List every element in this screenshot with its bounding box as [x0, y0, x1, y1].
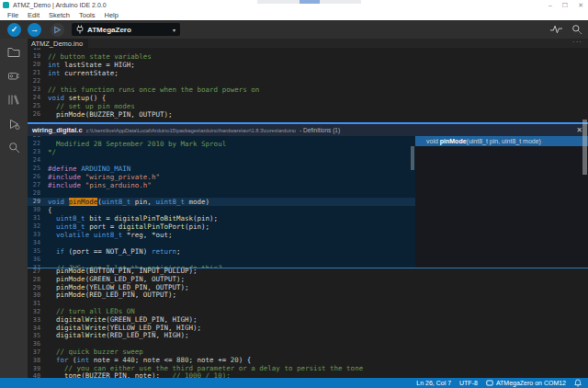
peek-close-icon[interactable]: ✕ — [576, 125, 582, 135]
menu-edit[interactable]: Edit — [23, 11, 44, 19]
debug-icon — [53, 26, 62, 34]
board-port-indicator[interactable]: ATMegaZero on COM12 — [486, 380, 566, 386]
more-actions-icon[interactable]: ··· — [572, 38, 582, 47]
debug-button[interactable] — [51, 23, 64, 37]
menubar: FileEditSketchToolsHelp — [0, 10, 588, 20]
code-line[interactable]: 31 uint8_t bit = digitalPinToBitMask(pin… — [28, 214, 415, 223]
peek-scrollbar-thumb[interactable] — [411, 146, 414, 170]
code-line[interactable]: 22 — [28, 77, 588, 86]
line-number: 32 — [28, 223, 48, 231]
line-number: 28 — [28, 276, 48, 284]
code-line[interactable]: 27#include "pins_arduino.h" — [28, 181, 415, 189]
verify-button[interactable]: ✓ — [7, 23, 21, 37]
serial-plotter-button[interactable] — [550, 24, 562, 35]
code-line[interactable]: 26 pinMode(BUZZER_PIN, OUTPUT); — [28, 110, 588, 119]
line-number: 22 — [28, 140, 48, 148]
code-line[interactable]: 24 — [28, 156, 415, 165]
sidebar-item-library-manager[interactable] — [7, 93, 21, 107]
activity-bar — [0, 39, 28, 378]
editor-lines-top: 1819// button state variables20int lastS… — [28, 48, 588, 119]
code-line[interactable]: 23// this function runs once when the bo… — [28, 86, 588, 94]
menu-tools[interactable]: Tools — [74, 11, 100, 19]
line-number: 39 — [28, 365, 48, 373]
code-line[interactable]: 35 if (port == NOT_A_PIN) return; — [28, 247, 415, 256]
line-number: 34 — [28, 325, 48, 333]
peek-header: wiring_digital.c c:\Users\live\AppData\L… — [28, 124, 588, 136]
code-line[interactable]: 19// button state variables — [28, 52, 588, 61]
code-line[interactable]: 21int currentState; — [28, 69, 588, 77]
usb-plug-icon — [76, 25, 84, 34]
menu-help[interactable]: Help — [99, 11, 122, 19]
line-number: 35 — [28, 332, 48, 340]
chevron-down-icon: ▾ — [173, 27, 175, 33]
line-number: 25 — [28, 165, 48, 173]
code-line[interactable]: 29void pinMode(uint8_t pin, uint8_t mode… — [28, 198, 415, 206]
code-line[interactable]: 32 uint8_t port = digitalPinToPort(pin); — [28, 223, 415, 231]
line-number: 33 — [28, 316, 48, 325]
sidebar-item-sketchbook[interactable] — [7, 45, 21, 59]
peek-file-path: c:\Users\live\AppData\Local\Arduino15\pa… — [86, 128, 296, 133]
tab-label: ATMZ_Demo.ino — [31, 40, 83, 48]
close-button[interactable]: ✕ — [578, 0, 583, 10]
code-line[interactable]: 28 — [28, 189, 415, 198]
line-number: 27 — [28, 268, 48, 276]
code-line[interactable]: 26#include "wiring_private.h" — [28, 173, 415, 181]
line-number: 30 — [28, 206, 48, 214]
code-line[interactable]: 30{ — [28, 206, 415, 214]
definition-match: pinMode — [440, 138, 467, 144]
upload-icon: → — [30, 25, 39, 34]
tab-atmz-demo[interactable]: ATMZ_Demo.ino — [28, 39, 88, 48]
line-number: 32 — [28, 308, 48, 316]
code-line[interactable]: 22 Modified 28 September 2010 by Mark Sp… — [28, 140, 415, 148]
line-number: 34 — [28, 239, 48, 247]
line-number: 29 — [28, 198, 48, 206]
sidebar-item-boards-manager[interactable] — [7, 69, 21, 83]
line-number: 26 — [28, 173, 48, 181]
peek-file-name: wiring_digital.c — [32, 126, 83, 134]
line-number: 19 — [28, 52, 48, 61]
code-line[interactable]: 36 — [28, 256, 415, 264]
board-port-icon — [486, 380, 493, 386]
minimize-button[interactable]: – — [548, 0, 552, 10]
line-number: 29 — [28, 284, 48, 292]
code-editor[interactable]: 1819// button state variables20int lastS… — [28, 48, 588, 378]
definition-list-item[interactable]: void pinMode(uint8_t pin, uint8_t mode) — [415, 136, 588, 146]
peek-results-pane: void pinMode(uint8_t pin, uint8_t mode) — [415, 136, 588, 268]
code-line[interactable]: 25 // set up pin modes — [28, 102, 588, 110]
board-selector-dropdown[interactable]: ATMegaZero ▾ — [72, 23, 180, 36]
line-number: 31 — [28, 214, 48, 223]
notifications-bell-icon[interactable] — [574, 379, 582, 387]
definition-post: (uint8_t pin, uint8_t mode) — [467, 138, 541, 144]
cursor-position[interactable]: Ln 26, Col 7 — [416, 380, 451, 386]
code-line[interactable]: 23*/ — [28, 148, 415, 156]
code-line[interactable]: 33 volatile uint8_t *reg, *out; — [28, 231, 415, 239]
code-line[interactable]: 30 pinMode(RED_LED_PIN, OUTPUT); — [28, 291, 588, 300]
peek-code-pane[interactable]: 2122 Modified 28 September 2010 by Mark … — [28, 136, 415, 268]
selected-board-label: ATMegaZero — [87, 26, 169, 34]
maximize-button[interactable]: ☐ — [562, 0, 568, 10]
arduino-app-icon — [3, 2, 9, 8]
menu-sketch[interactable]: Sketch — [44, 11, 74, 19]
upload-button[interactable]: → — [28, 23, 41, 37]
peek-title-meta: - Definitions (1) — [300, 127, 340, 133]
serial-monitor-button[interactable] — [571, 24, 582, 35]
line-number: 21 — [28, 69, 48, 77]
sidebar-item-search[interactable] — [7, 141, 21, 154]
sidebar-item-debug[interactable] — [7, 117, 21, 131]
code-line[interactable]: 20int lastState = HIGH; — [28, 61, 588, 69]
line-number: 37 — [28, 348, 48, 357]
editor-scrollbar-thumb[interactable] — [582, 120, 587, 175]
menu-file[interactable]: File — [3, 11, 23, 19]
line-number: 27 — [28, 181, 48, 189]
encoding-indicator[interactable]: UTF-8 — [459, 380, 478, 386]
background-window-strip — [257, 0, 361, 4]
code-line[interactable]: 25#define ARDUINO_MAIN — [28, 165, 415, 173]
code-line[interactable]: 35 digitalWrite(RED_LED_PIN, HIGH); — [28, 332, 588, 340]
line-number: 20 — [28, 61, 48, 69]
peek-editor-lines: 2122 Modified 28 September 2010 by Mark … — [28, 136, 415, 268]
code-line[interactable]: 34 — [28, 239, 415, 247]
line-number: 36 — [28, 340, 48, 348]
verify-icon: ✓ — [11, 25, 18, 34]
window-title: ATMZ_Demo | Arduino IDE 2.0.0 — [13, 2, 107, 8]
code-line[interactable]: 24void setup() { — [28, 94, 588, 102]
